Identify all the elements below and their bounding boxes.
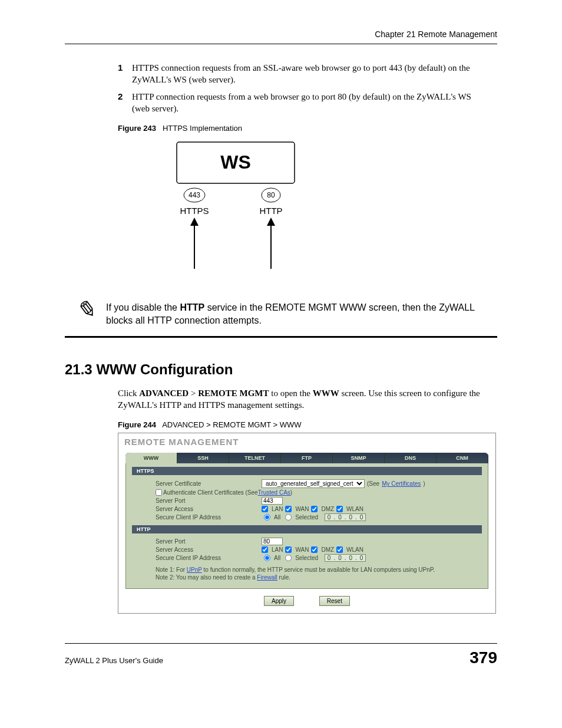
https-selected-radio[interactable] xyxy=(285,514,292,521)
row-auth-client: Authenticate Client Certificates (See Tr… xyxy=(126,489,488,496)
page-footer: ZyWALL 2 Plus User's Guide 379 xyxy=(65,643,497,667)
https-section-bar: HTTPS xyxy=(132,467,482,475)
label-secure-ip: Secure Client IP Address xyxy=(156,514,262,521)
row-http-secure-ip: Secure Client IP Address All Selected 0.… xyxy=(126,554,488,562)
fig-num: Figure 243 xyxy=(118,124,156,133)
http-all-radio[interactable] xyxy=(264,555,270,561)
http-lan-checkbox[interactable] xyxy=(262,546,268,553)
footer-guide-name: ZyWALL 2 Plus User's Guide xyxy=(65,656,163,665)
tab-telnet[interactable]: TELNET xyxy=(229,453,281,463)
list-text-2: HTTP connection requests from a web brow… xyxy=(132,91,485,115)
label-server-access-http: Server Access xyxy=(156,546,262,553)
http-ip-box[interactable]: 0.0.0.0 xyxy=(325,554,366,562)
auth-client-checkbox[interactable] xyxy=(156,489,162,496)
svg-text:HTTPS: HTTPS xyxy=(180,206,209,216)
http-port-input[interactable] xyxy=(262,538,283,545)
config-panel: HTTPS Server Certificate auto_generated_… xyxy=(125,463,488,589)
firewall-link[interactable]: Firewall xyxy=(257,574,277,581)
svg-marker-11 xyxy=(267,218,275,226)
https-ip-box[interactable]: 0.0.0.0 xyxy=(325,513,366,521)
tab-dns[interactable]: DNS xyxy=(385,453,437,463)
http-section-bar: HTTP xyxy=(132,525,482,533)
section-paragraph: Click ADVANCED > REMOTE MGMT to open the… xyxy=(118,387,497,411)
svg-marker-9 xyxy=(190,218,199,226)
screenshot-title: REMOTE MANAGEMENT xyxy=(118,433,495,453)
figure-https-impl: WS 443 80 HTTPS HTTP xyxy=(147,136,324,278)
upnp-link[interactable]: UPnP xyxy=(187,566,202,573)
tab-bar: WWW SSH TELNET FTP SNMP DNS CNM xyxy=(125,453,488,463)
row-http-access: Server Access LAN WAN DMZ WLAN xyxy=(126,546,488,554)
list-item: 1 HTTPS connection requests from an SSL-… xyxy=(118,62,485,86)
svg-text:WS: WS xyxy=(220,151,251,173)
panel-notes: Note 1: For UPnP to function normally, t… xyxy=(126,562,488,581)
label-server-port-http: Server Port xyxy=(156,538,262,545)
section-heading-21-3: 21.3 WWW Configuration xyxy=(65,361,497,378)
tab-www[interactable]: WWW xyxy=(125,453,177,463)
list-item: 2 HTTP connection requests from a web br… xyxy=(118,91,485,115)
tab-ftp[interactable]: FTP xyxy=(281,453,333,463)
tab-snmp[interactable]: SNMP xyxy=(333,453,385,463)
row-http-port: Server Port xyxy=(126,537,488,546)
http-selected-radio[interactable] xyxy=(285,555,292,561)
http-wlan-checkbox[interactable] xyxy=(336,546,343,553)
remote-mgmt-screenshot: REMOTE MANAGEMENT WWW SSH TELNET FTP SNM… xyxy=(118,433,496,614)
https-wan-checkbox[interactable] xyxy=(285,506,292,512)
note-pencil-icon: ✎ xyxy=(65,301,106,319)
label-auth-client: Authenticate Client Certificates (See xyxy=(163,489,258,496)
row-https-port: Server Port xyxy=(126,496,488,505)
http-dmz-checkbox[interactable] xyxy=(311,546,318,553)
https-lan-checkbox[interactable] xyxy=(262,506,268,512)
row-https-secure-ip: Secure Client IP Address All Selected 0.… xyxy=(126,513,488,522)
fig-title: ADVANCED > REMOTE MGMT > WWW xyxy=(162,420,301,429)
footer-page-number: 379 xyxy=(470,648,497,667)
label-secure-ip-http: Secure Client IP Address xyxy=(156,555,262,561)
tab-ssh[interactable]: SSH xyxy=(177,453,229,463)
label-server-access: Server Access xyxy=(156,506,262,512)
figure-243-caption: Figure 243 HTTPS Implementation xyxy=(118,124,497,133)
chapter-header: Chapter 21 Remote Management xyxy=(65,29,497,39)
list-num-2: 2 xyxy=(118,91,132,115)
svg-text:443: 443 xyxy=(189,191,200,199)
note-text: If you disable the HTTP service in the R… xyxy=(106,301,497,328)
https-dmz-checkbox[interactable] xyxy=(311,506,318,512)
header-rule xyxy=(65,44,497,44)
http-wan-checkbox[interactable] xyxy=(285,546,292,553)
row-https-access: Server Access LAN WAN DMZ WLAN xyxy=(126,505,488,513)
https-wlan-checkbox[interactable] xyxy=(336,506,343,512)
apply-button[interactable]: Apply xyxy=(264,596,294,606)
figure-244-caption: Figure 244 ADVANCED > REMOTE MGMT > WWW xyxy=(118,420,497,429)
row-server-cert: Server Certificate auto_generated_self_s… xyxy=(126,479,488,489)
note-block: ✎ If you disable the HTTP service in the… xyxy=(65,301,497,328)
https-port-input[interactable] xyxy=(262,497,283,505)
ordered-list: 1 HTTPS connection requests from an SSL-… xyxy=(118,62,485,114)
note-bottom-rule xyxy=(65,336,497,338)
fig-title: HTTPS Implementation xyxy=(163,124,242,133)
label-server-port: Server Port xyxy=(156,498,262,504)
trusted-cas-link[interactable]: Trusted CAs xyxy=(258,489,290,496)
list-num-1: 1 xyxy=(118,62,132,86)
button-row: Apply Reset xyxy=(118,589,495,613)
svg-text:HTTP: HTTP xyxy=(259,206,282,216)
tab-cnm[interactable]: CNM xyxy=(437,453,488,463)
svg-text:80: 80 xyxy=(267,191,275,199)
reset-button[interactable]: Reset xyxy=(319,596,350,606)
server-cert-select[interactable]: auto_generated_self_signed_cert xyxy=(262,479,365,488)
https-all-radio[interactable] xyxy=(264,514,270,521)
list-text-1: HTTPS connection requests from an SSL-aw… xyxy=(132,62,485,86)
label-server-cert: Server Certificate xyxy=(156,480,262,487)
my-certificates-link[interactable]: My Certificates xyxy=(382,480,421,487)
fig-num: Figure 244 xyxy=(118,420,156,429)
